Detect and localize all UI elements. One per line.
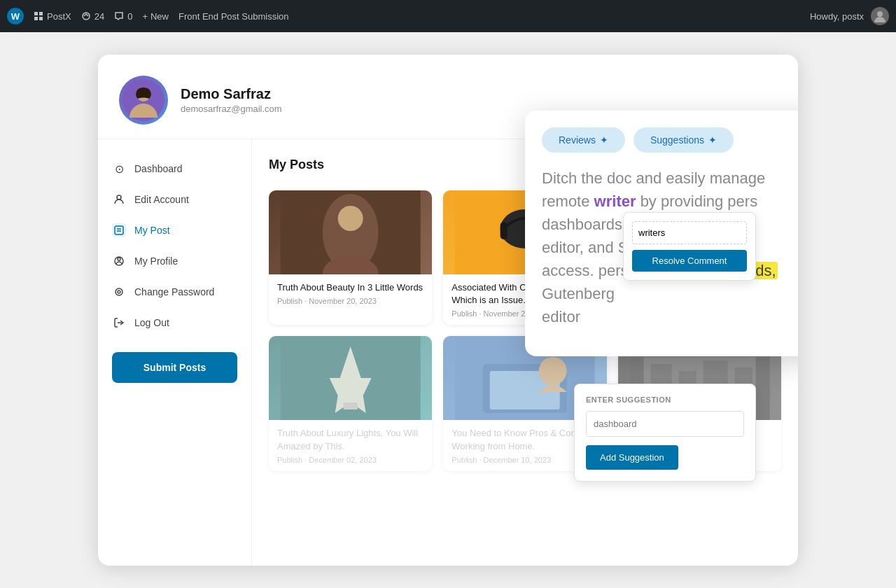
sidebar-item-my-profile[interactable]: My Profile — [98, 246, 251, 276]
post-image-beauty — [269, 190, 432, 274]
post-card-title: Truth About Beauty In 3 Little Words — [277, 281, 424, 294]
svg-rect-28 — [344, 402, 358, 410]
resolve-comment-button[interactable]: Resolve Comment — [632, 250, 747, 272]
sidebar-label-my-post: My Post — [134, 225, 170, 236]
sidebar-item-my-post[interactable]: My Post — [98, 215, 251, 246]
svg-rect-22 — [500, 222, 507, 239]
svg-rect-0 — [34, 12, 38, 15]
panel-tabs: Reviews ✦ Suggestions ✦ — [542, 127, 798, 153]
post-card[interactable]: Truth About Luxury Lights, You Will Amaz… — [269, 336, 432, 470]
admin-bar: W PostX 24 0 + New Front End Post Submis… — [0, 0, 896, 32]
my-post-icon — [112, 223, 126, 237]
svg-rect-9 — [115, 226, 123, 234]
svg-point-32 — [539, 357, 567, 385]
user-email: demosarfraz@gmail.com — [181, 104, 282, 114]
edit-account-icon — [112, 192, 126, 206]
posts-title: My Posts — [269, 158, 324, 172]
suggestions-plus-icon: ✦ — [708, 134, 717, 146]
svg-rect-3 — [39, 17, 43, 20]
post-card-meta: Publish · November 20, 2023 — [277, 297, 424, 305]
change-password-icon — [112, 285, 126, 299]
svg-point-5 — [877, 11, 883, 17]
suggestion-box: ENTER SUGGESTION Add Suggestion — [574, 384, 756, 482]
log-out-icon — [112, 316, 126, 330]
sidebar-item-edit-account[interactable]: Edit Account — [98, 184, 251, 215]
content-text-2: by providing pers — [636, 192, 758, 210]
sidebar-item-dashboard[interactable]: ⊙ Dashboard — [98, 153, 251, 184]
admin-bar-comments[interactable]: 0 — [114, 11, 132, 22]
content-text-7: editor — [542, 308, 580, 326]
post-card-meta: Publish · December 02, 2023 — [277, 456, 424, 464]
svg-point-19 — [338, 206, 363, 231]
post-card-title: Truth About Luxury Lights, You Will Amaz… — [277, 427, 424, 452]
sidebar-item-change-password[interactable]: Change Password — [98, 276, 251, 307]
tab-reviews[interactable]: Reviews ✦ — [542, 127, 625, 153]
tab-suggestions[interactable]: Suggestions ✦ — [634, 127, 734, 153]
comment-input[interactable] — [632, 221, 747, 244]
comment-popup: Resolve Comment — [623, 212, 756, 281]
sidebar-item-log-out[interactable]: Log Out — [98, 307, 251, 338]
wp-icon[interactable]: W — [7, 8, 24, 24]
user-name: Demo Sarfraz — [181, 86, 282, 102]
add-suggestion-button[interactable]: Add Suggestion — [586, 445, 678, 470]
sidebar-label-dashboard: Dashboard — [134, 163, 183, 174]
content-highlight-purple: writer — [594, 192, 636, 210]
avatar — [119, 76, 168, 125]
sidebar-label-log-out: Log Out — [134, 317, 169, 328]
svg-point-8 — [117, 195, 121, 200]
my-profile-icon — [112, 254, 126, 268]
admin-bar-updates[interactable]: 24 — [81, 11, 104, 22]
post-card-body: Truth About Beauty In 3 Little Words Pub… — [269, 274, 432, 312]
white-card: Demo Sarfraz demosarfraz@gmail.com ⊙ Das… — [98, 55, 798, 566]
admin-bar-site[interactable]: PostX — [34, 11, 71, 22]
content-text-6: Gutenberg — [542, 285, 615, 302]
sidebar-label-change-password: Change Password — [134, 286, 214, 298]
svg-point-15 — [118, 290, 120, 293]
main-container: Demo Sarfraz demosarfraz@gmail.com ⊙ Das… — [0, 32, 896, 588]
user-info: Demo Sarfraz demosarfraz@gmail.com — [181, 86, 282, 114]
post-card-body: Truth About Luxury Lights, You Will Amaz… — [269, 420, 432, 470]
suggestion-label: ENTER SUGGESTION — [586, 396, 744, 404]
svg-point-13 — [118, 258, 120, 260]
reviews-plus-icon: ✦ — [600, 134, 608, 146]
svg-rect-2 — [34, 17, 38, 20]
submit-posts-button[interactable]: Submit Posts — [112, 352, 237, 383]
admin-bar-new[interactable]: + New — [142, 11, 169, 22]
admin-bar-right: Howdy, postx — [810, 7, 889, 25]
sidebar-label-edit-account: Edit Account — [134, 194, 189, 205]
svg-rect-1 — [39, 12, 43, 15]
svg-point-14 — [115, 288, 122, 295]
admin-bar-page-title: Front End Post Submission — [178, 11, 289, 22]
sidebar-label-my-profile: My Profile — [134, 255, 178, 267]
post-card[interactable]: Truth About Beauty In 3 Little Words Pub… — [269, 190, 432, 325]
admin-avatar[interactable] — [871, 7, 889, 25]
post-image-light — [269, 336, 432, 420]
dashboard-icon: ⊙ — [112, 162, 126, 176]
suggestion-input[interactable] — [586, 411, 744, 437]
sidebar: ⊙ Dashboard Edit Account My Post — [98, 139, 252, 566]
